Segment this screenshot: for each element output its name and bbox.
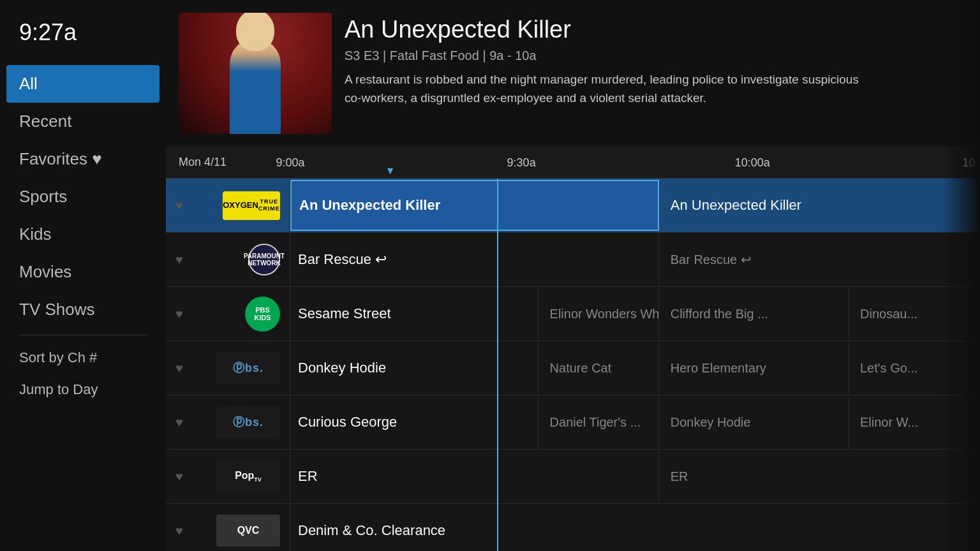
program-block-qvc-0[interactable]: Denim & Co. Clearance xyxy=(290,505,980,551)
time-marker-0: 9:00a xyxy=(276,156,304,169)
favorite-heart-pbs-kids[interactable]: ♥ xyxy=(175,307,183,321)
program-block-pbs1-1[interactable]: Nature Cat xyxy=(542,342,660,393)
channel-row-pbs1[interactable]: ♥ⓟbs.Donkey HodieNature CatHero Elementa… xyxy=(166,341,980,395)
programs-area-paramount: Bar Rescue ↩Bar Rescue ↩ xyxy=(290,233,980,286)
program-header: An Unexpected Killer S3 E3 | Fatal Fast … xyxy=(166,0,980,147)
sidebar-divider xyxy=(19,335,147,335)
programs-area-oxygen: An Unexpected KillerAn Unexpected Killer xyxy=(290,179,980,232)
program-block-pbs1-3[interactable]: Let's Go... xyxy=(852,342,980,393)
sidebar-item-recent[interactable]: Recent xyxy=(0,103,166,140)
timeline-date: Mon 4/11 xyxy=(166,156,246,168)
program-block-oxygen-0[interactable]: An Unexpected Killer xyxy=(290,180,659,231)
programs-area-pbs2: Curious GeorgeDaniel Tiger's ...Donkey H… xyxy=(290,395,980,449)
channel-logo-pbs1: ⓟbs. xyxy=(216,352,280,384)
main-area: An Unexpected Killer S3 E3 | Fatal Fast … xyxy=(166,0,980,551)
program-block-paramount-0[interactable]: Bar Rescue ↩ xyxy=(290,234,659,285)
channel-cell-oxygen: ♥OXYGENTRUE CRIME xyxy=(166,179,290,232)
channel-logo-pbs2: ⓟbs. xyxy=(216,406,280,438)
current-time: 9:27a xyxy=(0,19,166,65)
favorite-heart-pop[interactable]: ♥ xyxy=(175,469,183,484)
channel-row-paramount[interactable]: ♥PARAMOUNTNETWORKBar Rescue ↩Bar Rescue … xyxy=(166,233,980,287)
program-block-pop-0[interactable]: ER xyxy=(290,451,659,502)
thumbnail-image xyxy=(179,13,332,134)
channel-logo-pbs-kids: PBSKIDS xyxy=(245,297,280,332)
channel-cell-pop: ♥PopTV xyxy=(166,450,290,503)
channel-rows: ♥OXYGENTRUE CRIMEAn Unexpected KillerAn … xyxy=(166,179,980,551)
timeline-times: 9:00a9:30a10:00a10:30a▼ xyxy=(290,147,980,178)
sidebar-item-favorites[interactable]: Favorites ♥ xyxy=(0,140,166,178)
sidebar-utility-jump[interactable]: Jump to Day xyxy=(0,374,166,406)
time-marker-3: 10:30a xyxy=(962,156,980,169)
channel-logo-oxygen: OXYGENTRUE CRIME xyxy=(223,191,280,220)
favorite-heart-qvc[interactable]: ♥ xyxy=(175,524,183,538)
program-description: A restaurant is robbed and the night man… xyxy=(345,71,868,107)
program-meta: S3 E3 | Fatal Fast Food | 9a - 10a xyxy=(345,48,967,63)
sidebar-item-movies[interactable]: Movies xyxy=(0,253,166,291)
program-block-oxygen-1[interactable]: An Unexpected Killer xyxy=(663,180,980,231)
favorite-heart-pbs2[interactable]: ♥ xyxy=(175,415,183,430)
program-block-pbs1-2[interactable]: Hero Elementary xyxy=(663,342,849,393)
sidebar-utility-sort[interactable]: Sort by Ch # xyxy=(0,342,166,374)
channel-row-pop[interactable]: ♥PopTVERER xyxy=(166,450,980,504)
programs-area-pop: ERER xyxy=(290,450,980,503)
epg-grid: Mon 4/11 9:00a9:30a10:00a10:30a▼ ♥OXYGEN… xyxy=(166,147,980,551)
program-block-pbs-kids-3[interactable]: Dinosau... xyxy=(852,288,980,339)
channel-cell-paramount: ♥PARAMOUNTNETWORK xyxy=(166,233,290,286)
programs-area-qvc: Denim & Co. Clearance xyxy=(290,504,980,551)
channel-row-pbs2[interactable]: ♥ⓟbs.Curious GeorgeDaniel Tiger's ...Don… xyxy=(166,395,980,450)
channel-logo-pop: PopTV xyxy=(216,460,280,492)
programs-area-pbs1: Donkey HodieNature CatHero ElementaryLet… xyxy=(290,341,980,395)
program-title: An Unexpected Killer xyxy=(345,16,967,43)
channel-cell-pbs1: ♥ⓟbs. xyxy=(166,341,290,395)
program-block-pbs-kids-0[interactable]: Sesame Street xyxy=(290,288,538,339)
programs-area-pbs-kids: Sesame StreetElinor Wonders WhyClifford … xyxy=(290,287,980,341)
channel-row-oxygen[interactable]: ♥OXYGENTRUE CRIMEAn Unexpected KillerAn … xyxy=(166,179,980,233)
channel-cell-qvc: ♥QVC xyxy=(166,504,290,551)
sidebar-nav: AllRecentFavorites ♥SportsKidsMoviesTV S… xyxy=(0,65,166,551)
sidebar-item-sports[interactable]: Sports xyxy=(0,178,166,216)
program-block-pbs-kids-2[interactable]: Clifford the Big ... xyxy=(663,288,849,339)
current-time-indicator: ▼ xyxy=(385,165,396,177)
sidebar-item-kids[interactable]: Kids xyxy=(0,216,166,253)
time-marker-1: 9:30a xyxy=(507,156,536,169)
favorite-heart-oxygen[interactable]: ♥ xyxy=(175,198,183,213)
program-block-pbs1-0[interactable]: Donkey Hodie xyxy=(290,342,538,393)
channel-col-header: Mon 4/11 xyxy=(166,156,290,169)
program-info: An Unexpected Killer S3 E3 | Fatal Fast … xyxy=(345,13,967,134)
favorite-heart-paramount[interactable]: ♥ xyxy=(175,253,183,267)
time-marker-2: 10:00a xyxy=(735,156,770,169)
program-block-pbs2-1[interactable]: Daniel Tiger's ... xyxy=(542,397,660,448)
timeline-header: Mon 4/11 9:00a9:30a10:00a10:30a▼ xyxy=(166,147,980,179)
program-block-pbs-kids-1[interactable]: Elinor Wonders Why xyxy=(542,288,660,339)
program-block-pbs2-3[interactable]: Elinor W... xyxy=(852,397,980,448)
channel-cell-pbs-kids: ♥PBSKIDS xyxy=(166,287,290,341)
program-block-pop-1[interactable]: ER xyxy=(663,451,980,502)
sidebar-item-tvshows[interactable]: TV Shows xyxy=(0,291,166,328)
program-thumbnail xyxy=(179,13,332,134)
program-block-paramount-1[interactable]: Bar Rescue ↩ xyxy=(663,234,980,285)
channel-logo-paramount: PARAMOUNTNETWORK xyxy=(248,244,280,276)
sidebar: 9:27a AllRecentFavorites ♥SportsKidsMovi… xyxy=(0,0,166,551)
sidebar-item-all[interactable]: All xyxy=(6,65,160,103)
channel-cell-pbs2: ♥ⓟbs. xyxy=(166,395,290,449)
channel-row-pbs-kids[interactable]: ♥PBSKIDSSesame StreetElinor Wonders WhyC… xyxy=(166,287,980,341)
favorite-heart-pbs1[interactable]: ♥ xyxy=(175,361,183,376)
channel-row-qvc[interactable]: ♥QVCDenim & Co. Clearance xyxy=(166,504,980,551)
program-block-pbs2-2[interactable]: Donkey Hodie xyxy=(663,397,849,448)
program-block-pbs2-0[interactable]: Curious George xyxy=(290,397,538,448)
channel-logo-qvc: QVC xyxy=(216,515,280,547)
